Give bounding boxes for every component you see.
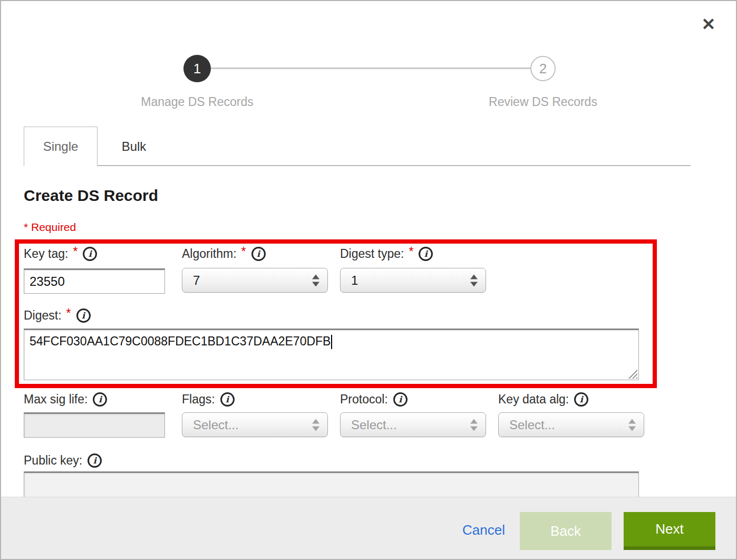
key-data-alg-select-value: Select... bbox=[509, 418, 555, 432]
digest-type-label: Digest type: * i bbox=[340, 247, 433, 261]
info-glyph: i bbox=[580, 395, 583, 404]
key-data-alg-label-text: Key data alg: bbox=[498, 392, 569, 407]
create-ds-record-modal: { "modal": { "title": "Create DS Record"… bbox=[0, 0, 737, 560]
algorithm-label-text: Algorithm: bbox=[182, 247, 237, 261]
key-tag-label: Key tag: * i bbox=[24, 247, 97, 261]
digest-type-select[interactable]: 1 bbox=[340, 268, 486, 293]
select-arrows-icon bbox=[312, 419, 319, 431]
info-icon[interactable]: i bbox=[76, 308, 91, 323]
key-tag-label-text: Key tag: bbox=[24, 247, 68, 261]
tab-single[interactable]: Single bbox=[24, 127, 98, 166]
algorithm-select[interactable]: 7 bbox=[182, 268, 328, 293]
info-icon[interactable]: i bbox=[220, 392, 235, 407]
info-icon[interactable]: i bbox=[93, 392, 107, 407]
info-icon[interactable]: i bbox=[83, 247, 97, 261]
info-icon[interactable]: i bbox=[251, 247, 266, 261]
flags-label: Flags: i bbox=[182, 392, 235, 407]
required-asterisk: * bbox=[66, 306, 71, 321]
resize-handle[interactable] bbox=[628, 369, 637, 379]
info-glyph: i bbox=[89, 250, 92, 258]
digest-textarea-value: 54FCF030AA1C79C0088FDEC1BD1C37DAA2E70DFB bbox=[30, 334, 331, 348]
info-glyph: i bbox=[226, 395, 229, 404]
protocol-select-value: Select... bbox=[351, 418, 397, 432]
info-glyph: i bbox=[399, 395, 402, 404]
stepper-step-2-label: Review DS Records bbox=[489, 95, 597, 109]
protocol-select[interactable]: Select... bbox=[340, 412, 486, 437]
required-asterisk: * bbox=[73, 245, 77, 259]
cancel-button[interactable]: Cancel bbox=[462, 522, 505, 538]
public-key-label-text: Public key: bbox=[24, 453, 82, 468]
algorithm-label: Algorithm: * i bbox=[182, 247, 266, 261]
info-glyph: i bbox=[99, 395, 102, 404]
required-asterisk: * bbox=[241, 245, 246, 259]
stepper-connector-line bbox=[208, 67, 534, 69]
info-glyph: i bbox=[82, 312, 85, 320]
key-data-alg-label: Key data alg: i bbox=[498, 392, 588, 407]
info-glyph: i bbox=[424, 250, 428, 258]
tab-bulk[interactable]: Bulk bbox=[98, 127, 170, 166]
back-button[interactable]: Back bbox=[520, 512, 612, 550]
flags-select[interactable]: Select... bbox=[182, 412, 328, 437]
select-arrows-icon bbox=[628, 419, 636, 431]
info-glyph: i bbox=[93, 457, 96, 465]
key-data-alg-select[interactable]: Select... bbox=[498, 412, 644, 437]
flags-label-text: Flags: bbox=[182, 392, 215, 407]
next-button[interactable]: Next bbox=[624, 512, 715, 550]
protocol-label: Protocol: i bbox=[340, 392, 408, 407]
stepper-step-1-label: Manage DS Records bbox=[141, 95, 254, 109]
select-arrows-icon bbox=[470, 419, 478, 431]
stepper-step-1-circle: 1 bbox=[183, 55, 211, 82]
key-tag-input[interactable] bbox=[24, 268, 165, 294]
info-icon[interactable]: i bbox=[419, 247, 433, 261]
public-key-label: Public key: i bbox=[24, 453, 102, 468]
text-caret bbox=[331, 335, 332, 349]
info-glyph: i bbox=[257, 250, 260, 258]
stepper-step-2-circle: 2 bbox=[530, 56, 556, 81]
close-icon[interactable]: ✕ bbox=[698, 14, 719, 35]
required-asterisk: * bbox=[409, 245, 413, 259]
info-icon[interactable]: i bbox=[88, 453, 102, 468]
max-sig-life-input[interactable] bbox=[24, 412, 165, 438]
select-arrows-icon bbox=[312, 274, 319, 286]
protocol-label-text: Protocol: bbox=[340, 392, 388, 407]
select-arrows-icon bbox=[470, 274, 478, 286]
required-note: * Required bbox=[24, 221, 76, 234]
info-icon[interactable]: i bbox=[574, 392, 588, 407]
digest-label: Digest: * i bbox=[24, 308, 91, 323]
digest-type-select-value: 1 bbox=[351, 273, 358, 288]
digest-type-label-text: Digest type: bbox=[340, 247, 404, 261]
digest-textarea[interactable]: 54FCF030AA1C79C0088FDEC1BD1C37DAA2E70DFB bbox=[24, 329, 639, 380]
max-sig-life-label-text: Max sig life: bbox=[24, 392, 88, 407]
page-title: Create DS Record bbox=[24, 187, 158, 205]
algorithm-select-value: 7 bbox=[193, 273, 200, 288]
info-icon[interactable]: i bbox=[393, 392, 408, 407]
flags-select-value: Select... bbox=[193, 418, 239, 432]
digest-label-text: Digest: bbox=[24, 308, 62, 323]
max-sig-life-label: Max sig life: i bbox=[24, 392, 107, 407]
